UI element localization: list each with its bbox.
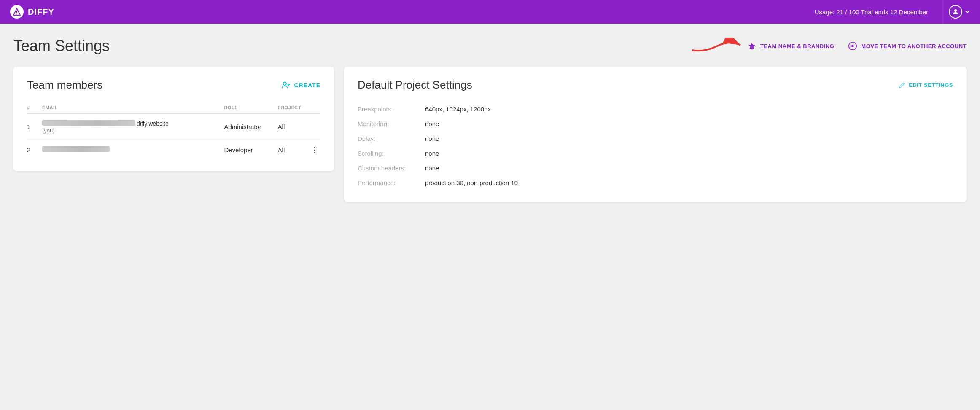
table-row: 1 diffy.website (you) Administrator (27, 114, 320, 140)
email-blurred (42, 120, 135, 126)
team-branding-label: TEAM NAME & BRANDING (760, 43, 834, 49)
logo-icon (10, 5, 24, 19)
member-project: All (278, 114, 312, 140)
create-member-button[interactable]: CREATE (281, 81, 320, 90)
edit-settings-label: EDIT SETTINGS (909, 82, 953, 88)
chevron-down-icon (965, 9, 970, 14)
table-row: 2 Developer All ⋮ (27, 140, 320, 160)
settings-value: none (425, 131, 953, 146)
settings-label: Scrolling: (358, 146, 425, 161)
svg-point-3 (954, 9, 957, 12)
settings-label: Custom headers: (358, 161, 425, 175)
settings-value: none (425, 146, 953, 161)
settings-label: Breakpoints: (358, 102, 425, 116)
team-members-card-header: Team members CREATE (27, 78, 320, 92)
settings-value: 640px, 1024px, 1200px (425, 102, 953, 116)
page-content: Team Settings (0, 24, 980, 216)
pencil-icon (899, 82, 905, 89)
svg-rect-6 (751, 49, 752, 50)
settings-label: Monitoring: (358, 116, 425, 131)
col-num: # (27, 102, 42, 114)
team-members-card: Team members CREATE # EMAIL (13, 67, 334, 171)
logo[interactable]: DIFFY (10, 5, 54, 19)
member-actions (311, 114, 320, 140)
member-more-button[interactable]: ⋮ (311, 140, 320, 160)
default-project-card: Default Project Settings EDIT SETTINGS B… (344, 67, 967, 202)
page-actions: TEAM NAME & BRANDING MOVE TEAM TO ANOTHE… (747, 41, 967, 51)
member-email (42, 140, 224, 160)
member-email: diffy.website (you) (42, 114, 224, 140)
col-email: EMAIL (42, 102, 224, 114)
settings-row: Scrolling: none (358, 146, 953, 161)
settings-value: none (425, 116, 953, 131)
members-table: # EMAIL ROLE PROJECT 1 (27, 102, 320, 159)
svg-point-2 (16, 14, 17, 15)
header-divider (942, 0, 942, 24)
move-team-label: MOVE TEAM TO ANOTHER ACCOUNT (861, 43, 967, 49)
col-role: ROLE (224, 102, 277, 114)
cards-row: Team members CREATE # EMAIL (13, 67, 967, 202)
member-num: 2 (27, 140, 42, 160)
team-members-title: Team members (27, 78, 281, 92)
member-role: Developer (224, 140, 277, 160)
create-label: CREATE (294, 82, 320, 89)
add-person-icon (281, 81, 291, 90)
member-project: All (278, 140, 312, 160)
settings-row: Delay: none (358, 131, 953, 146)
page-title: Team Settings (13, 37, 688, 55)
settings-label: Delay: (358, 131, 425, 146)
settings-value: none (425, 161, 953, 175)
account-icon (949, 5, 962, 19)
move-team-button[interactable]: MOVE TEAM TO ANOTHER ACCOUNT (848, 41, 967, 51)
settings-value: production 30, non-production 10 (425, 175, 953, 190)
red-arrow (688, 38, 747, 54)
team-branding-button[interactable]: TEAM NAME & BRANDING (747, 41, 834, 51)
app-header: DIFFY Usage: 21 / 100 Trial ends 12 Dece… (0, 0, 980, 24)
col-project: PROJECT (278, 102, 312, 114)
member-num: 1 (27, 114, 42, 140)
edit-settings-button[interactable]: EDIT SETTINGS (899, 82, 953, 89)
usage-text: Usage: 21 / 100 Trial ends 12 December (815, 8, 928, 16)
account-menu[interactable] (949, 5, 970, 19)
branding-icon (747, 41, 757, 51)
move-team-icon (848, 41, 858, 51)
settings-row: Custom headers: none (358, 161, 953, 175)
svg-point-8 (283, 82, 286, 85)
page-header: Team Settings (13, 37, 967, 55)
settings-row: Monitoring: none (358, 116, 953, 131)
settings-title: Default Project Settings (358, 78, 899, 92)
settings-label: Performance: (358, 175, 425, 190)
member-role: Administrator (224, 114, 277, 140)
settings-table: Breakpoints: 640px, 1024px, 1200px Monit… (358, 102, 953, 190)
settings-card-header: Default Project Settings EDIT SETTINGS (358, 78, 953, 92)
settings-row: Performance: production 30, non-producti… (358, 175, 953, 190)
settings-row: Breakpoints: 640px, 1024px, 1200px (358, 102, 953, 116)
email-blurred (42, 146, 110, 152)
